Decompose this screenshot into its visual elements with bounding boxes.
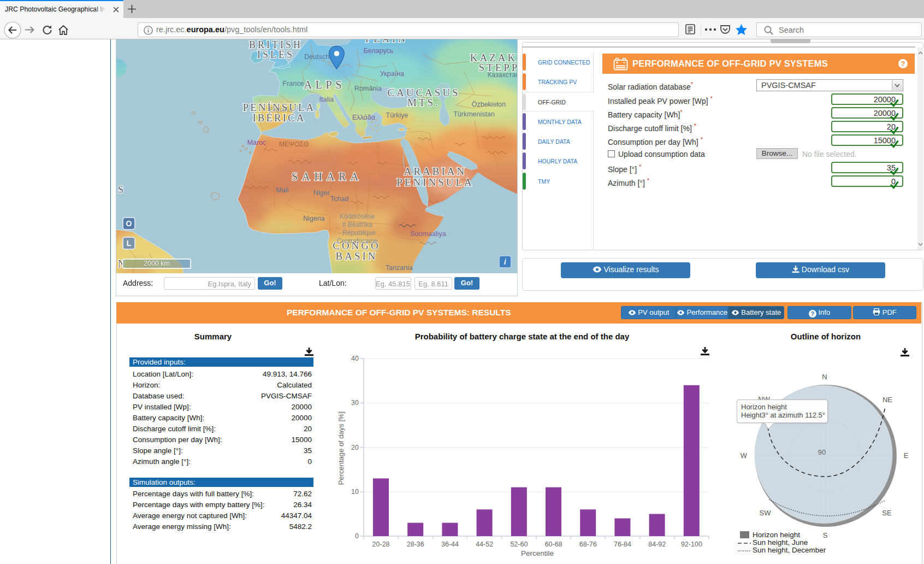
svg-text:SE: SE	[882, 509, 892, 517]
svg-text:0: 0	[355, 532, 359, 540]
svg-text:Ködörösêse: Ködörösêse	[340, 213, 375, 220]
svg-text:Mali: Mali	[276, 186, 289, 194]
svg-text:PLAIN: PLAIN	[365, 39, 408, 44]
svg-text:Nigeria: Nigeria	[303, 215, 325, 222]
svg-text:60-68: 60-68	[545, 540, 562, 548]
svg-text:ΜΕΨΟΣΘ: ΜΕΨΟΣΘ	[279, 140, 309, 148]
svg-text:Türkiye: Türkiye	[386, 111, 408, 119]
svg-text:84-92: 84-92	[648, 540, 666, 548]
svg-text:10: 10	[351, 488, 359, 496]
svg-text:20-28: 20-28	[372, 540, 390, 548]
svg-text:- République: - République	[339, 229, 376, 237]
svg-text:68-76: 68-76	[579, 540, 597, 548]
svg-text:52-60: 52-60	[510, 540, 528, 548]
svg-text:România: România	[354, 85, 382, 92]
svg-text:90: 90	[818, 448, 826, 456]
svg-text:Özbekiston: Özbekiston	[472, 101, 506, 108]
svg-text:SAHARA: SAHARA	[292, 171, 363, 183]
svg-text:ISLES: ISLES	[257, 49, 294, 60]
svg-text:France: France	[283, 80, 304, 87]
svg-text:Centrafricaine: Centrafricaine	[337, 237, 378, 245]
svg-text:36-44: 36-44	[441, 540, 459, 548]
svg-text:PENINSULA: PENINSULA	[396, 177, 474, 188]
svg-text:N: N	[822, 373, 827, 381]
svg-text:ALPS: ALPS	[304, 78, 345, 91]
svg-text:28-36: 28-36	[407, 540, 424, 548]
svg-text:Ελλάδα: Ελλάδα	[352, 114, 375, 121]
svg-text:Казахстан: Казахстан	[488, 71, 517, 79]
svg-text:Percentage of days [%]: Percentage of days [%]	[337, 412, 345, 485]
svg-text:BRITISH: BRITISH	[249, 39, 303, 50]
svg-text:76-84: 76-84	[614, 540, 631, 548]
svg-text:S: S	[118, 184, 123, 195]
svg-text:tî Bêafrîka: tî Bêafrîka	[342, 221, 372, 228]
svg-text:Niger: Niger	[313, 189, 330, 197]
svg-text:Soomaaliya: Soomaaliya	[410, 230, 446, 238]
svg-text:NE: NE	[882, 396, 892, 404]
svg-text:España: España	[269, 106, 292, 114]
svg-text:20: 20	[351, 444, 359, 451]
svg-text:Tanzania: Tanzania	[386, 264, 413, 272]
svg-text:44-52: 44-52	[476, 540, 493, 548]
svg-text:Україна: Україна	[380, 70, 404, 78]
svg-text:Tchad: Tchad	[330, 195, 348, 203]
svg-text:Italia: Italia	[319, 96, 334, 103]
svg-text:SW: SW	[760, 509, 772, 517]
svg-text:BASIN: BASIN	[335, 250, 377, 262]
svg-text:Türkmenistan: Türkmenistan	[453, 110, 495, 118]
svg-text:S: S	[823, 531, 828, 539]
svg-text:Percentile: Percentile	[521, 549, 554, 557]
svg-text:40: 40	[351, 355, 359, 362]
svg-text:E: E	[904, 451, 909, 460]
svg-text:30: 30	[351, 399, 359, 407]
svg-text:W: W	[741, 451, 748, 460]
svg-text:92-100: 92-100	[681, 540, 702, 548]
svg-text:MTS.: MTS.	[407, 97, 440, 108]
svg-text:Беларусь: Беларусь	[364, 47, 394, 55]
svg-text:IBÉRICA: IBÉRICA	[253, 112, 306, 124]
svg-text:ARABIAN: ARABIAN	[404, 166, 467, 177]
svg-text:Maroc: Maroc	[247, 139, 266, 146]
